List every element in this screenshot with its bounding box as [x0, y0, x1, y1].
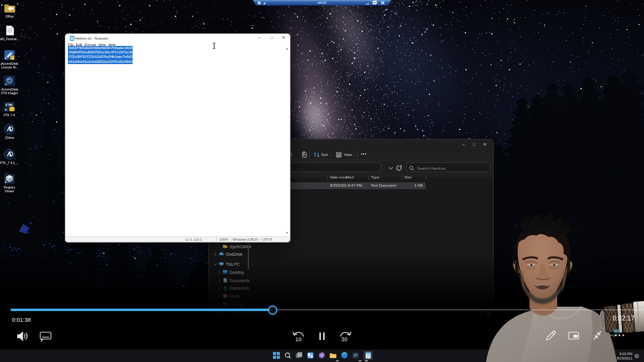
svg-text:10: 10: [295, 336, 301, 342]
svg-text:FTK: FTK: [5, 103, 13, 107]
svg-text:View: View: [344, 153, 353, 156]
svg-text:⌄: ⌄: [353, 153, 355, 156]
svg-text:Search HashList: Search HashList: [417, 166, 446, 170]
svg-text:•••: •••: [361, 151, 367, 156]
svg-text:⌄: ⌄: [330, 153, 332, 156]
svg-text:Sort: Sort: [321, 153, 328, 156]
svg-text:30: 30: [341, 336, 347, 343]
